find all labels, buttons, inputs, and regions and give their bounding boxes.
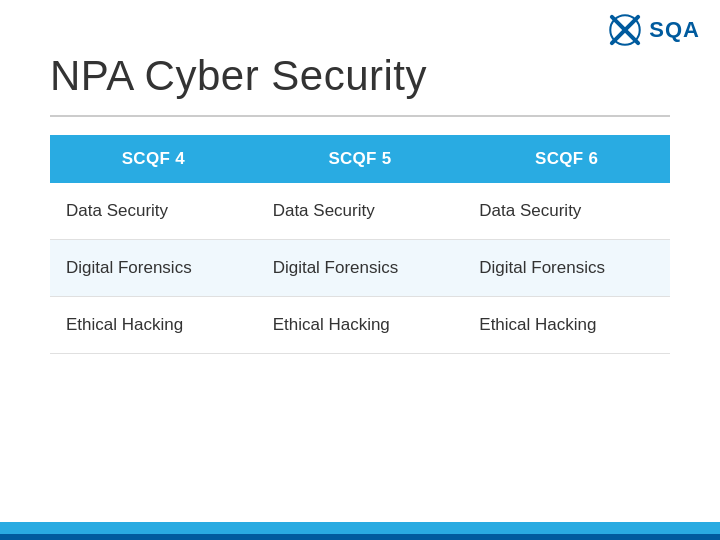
cell-r0-c1: Data Security <box>257 183 464 240</box>
table-row: Data SecurityData SecurityData Security <box>50 183 670 240</box>
cell-r2-c0: Ethical Hacking <box>50 297 257 354</box>
bottom-dark-bar <box>0 534 720 540</box>
col-header-scqf4: SCQF 4 <box>50 135 257 183</box>
cell-r1-c2: Digital Forensics <box>463 240 670 297</box>
cell-r0-c0: Data Security <box>50 183 257 240</box>
cell-r2-c1: Ethical Hacking <box>257 297 464 354</box>
cell-r2-c2: Ethical Hacking <box>463 297 670 354</box>
cell-r0-c2: Data Security <box>463 183 670 240</box>
logo-area: SQA <box>607 12 700 48</box>
col-header-scqf6: SCQF 6 <box>463 135 670 183</box>
table-container: SCQF 4 SCQF 5 SCQF 6 Data SecurityData S… <box>50 135 670 354</box>
logo-text: SQA <box>649 17 700 43</box>
bottom-bar <box>0 522 720 540</box>
cell-r1-c1: Digital Forensics <box>257 240 464 297</box>
table-row: Ethical HackingEthical HackingEthical Ha… <box>50 297 670 354</box>
sqa-logo-icon <box>607 12 643 48</box>
col-header-scqf5: SCQF 5 <box>257 135 464 183</box>
table-row: Digital ForensicsDigital ForensicsDigita… <box>50 240 670 297</box>
cell-r1-c0: Digital Forensics <box>50 240 257 297</box>
page-title: NPA Cyber Security <box>50 52 427 100</box>
content-table: SCQF 4 SCQF 5 SCQF 6 Data SecurityData S… <box>50 135 670 354</box>
title-divider <box>50 115 670 117</box>
